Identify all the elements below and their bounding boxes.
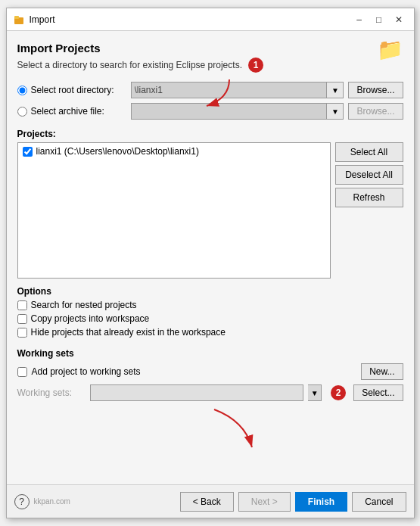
window-controls: – □ ✕	[350, 12, 408, 27]
working-sets-input-row: Working sets: ▼ 2 Select...	[17, 384, 403, 401]
back-button[interactable]: < Back	[180, 492, 234, 512]
annotation-badge-1: 1	[248, 58, 263, 73]
options-section: Options Search for nested projects Copy …	[17, 286, 403, 341]
working-sets-label: Working sets	[17, 348, 403, 359]
project-item: lianxi1 (C:\Users\lenovo\Desktop\lianxi1…	[20, 145, 328, 158]
folder-icon-top: 📁	[377, 37, 403, 62]
import-dialog: Import – □ ✕ 📁 Import Projects Select a …	[6, 8, 415, 518]
hide-projects-row: Hide projects that already exist in the …	[17, 327, 403, 338]
finish-button[interactable]: Finish	[295, 492, 347, 512]
browse-root-button[interactable]: Browse...	[348, 82, 403, 98]
navigation-buttons: < Back Next > Finish Cancel	[180, 492, 406, 512]
page-title: Import Projects	[17, 42, 403, 54]
root-directory-radio-label[interactable]: Select root directory:	[17, 85, 131, 95]
select-working-set-button[interactable]: Select...	[353, 384, 403, 401]
minimize-button[interactable]: –	[350, 12, 369, 27]
maximize-button[interactable]: □	[370, 12, 388, 27]
archive-path-dropdown[interactable]: ▼	[327, 103, 344, 120]
browse-archive-button[interactable]: Browse...	[348, 103, 403, 120]
copy-projects-row: Copy projects into workspace	[17, 313, 403, 324]
archive-file-radio[interactable]	[17, 107, 27, 117]
new-working-set-button[interactable]: New...	[361, 363, 403, 380]
projects-area: lianxi1 (C:\Users\lenovo\Desktop\lianxi1…	[17, 142, 403, 279]
bottom-bar: ? kkpan.com < Back Next > Finish Cancel	[7, 484, 414, 518]
deselect-all-button[interactable]: Deselect All	[335, 165, 403, 185]
archive-file-row: Select archive file: ▼ Browse...	[17, 103, 403, 120]
help-button[interactable]: ?	[14, 494, 30, 509]
title-bar: Import – □ ✕	[7, 8, 414, 31]
page-description: Select a directory to search for existin…	[17, 58, 403, 73]
project-checkbox[interactable]	[23, 147, 33, 157]
archive-path-input[interactable]	[131, 103, 328, 120]
svg-rect-1	[14, 16, 19, 19]
window-title: Import	[30, 14, 350, 25]
projects-list[interactable]: lianxi1 (C:\Users\lenovo\Desktop\lianxi1…	[17, 142, 331, 279]
arrow-2	[184, 406, 275, 451]
nested-projects-checkbox[interactable]	[17, 300, 27, 310]
add-working-sets-checkbox[interactable]	[17, 367, 27, 377]
refresh-button[interactable]: Refresh	[335, 188, 403, 207]
archive-file-radio-label[interactable]: Select archive file:	[17, 106, 131, 117]
hide-projects-checkbox[interactable]	[17, 328, 27, 338]
next-button[interactable]: Next >	[238, 492, 291, 512]
watermark: kkpan.com	[34, 497, 70, 506]
root-path-input[interactable]	[131, 82, 328, 98]
projects-buttons: Select All Deselect All Refresh	[335, 142, 403, 279]
nested-projects-row: Search for nested projects	[17, 300, 403, 310]
working-sets-dropdown[interactable]: ▼	[308, 384, 322, 401]
root-path-dropdown[interactable]: ▼	[327, 82, 344, 98]
cancel-button[interactable]: Cancel	[352, 492, 406, 512]
dialog-content: Import Projects Select a directory to se…	[7, 31, 414, 484]
options-label: Options	[17, 286, 403, 297]
window-icon	[13, 14, 25, 26]
close-button[interactable]: ✕	[390, 12, 408, 27]
root-directory-radio[interactable]	[17, 86, 27, 95]
working-sets-input[interactable]	[90, 384, 304, 401]
projects-label: Projects:	[17, 129, 403, 139]
add-to-working-sets-row: Add project to working sets New...	[17, 363, 403, 380]
working-sets-section: Working sets Add project to working sets…	[17, 348, 403, 406]
copy-projects-checkbox[interactable]	[17, 314, 27, 324]
annotation-badge-2: 2	[331, 385, 346, 400]
root-directory-row: Select root directory: ▼ Browse...	[17, 82, 403, 98]
select-all-button[interactable]: Select All	[335, 142, 403, 162]
